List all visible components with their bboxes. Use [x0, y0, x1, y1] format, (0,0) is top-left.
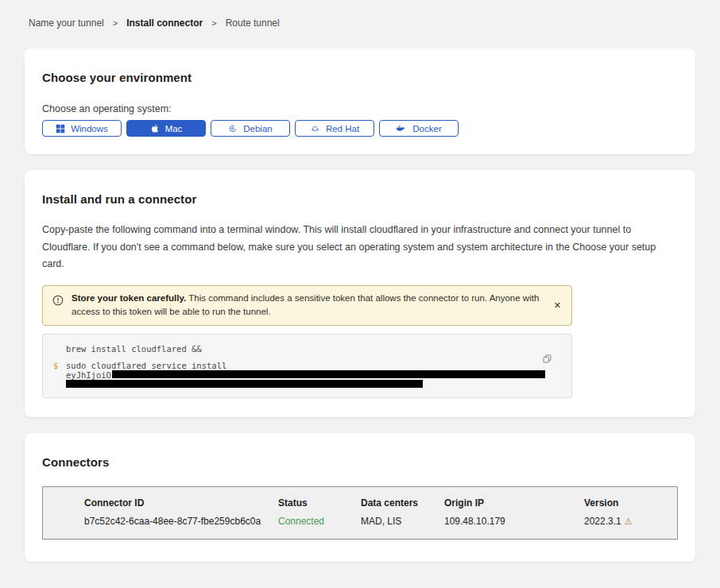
connector-id-value: b7c52c42-6caa-48ee-8c77-fbe259cb6c0a [84, 516, 278, 527]
connectors-table: Connector ID Status Data centers Origin … [42, 486, 678, 540]
version-warning-icon: ⚠ [625, 516, 633, 526]
breadcrumb-separator: > [211, 18, 216, 28]
code-gutter [53, 370, 66, 380]
environment-card: Choose your environment Choose an operat… [25, 48, 695, 154]
status-badge: Connected [278, 516, 361, 527]
token-warning-text: Store your token carefully. This command… [72, 292, 544, 320]
origin-ip-value: 109.48.10.179 [444, 516, 584, 527]
docker-logo-icon [396, 124, 407, 133]
os-button-label: Docker [412, 124, 441, 133]
breadcrumb-separator: > [113, 18, 118, 28]
environment-card-title: Choose your environment [42, 71, 678, 84]
breadcrumb-install-connector[interactable]: Install connector [126, 17, 203, 29]
code-gutter [53, 380, 66, 388]
redhat-logo-icon [310, 124, 320, 133]
header-connector-id: Connector ID [84, 497, 278, 509]
os-button-debian[interactable]: Debian [211, 120, 290, 137]
install-card: Install and run a connector Copy-paste t… [25, 170, 695, 417]
shell-prompt: $ [53, 362, 66, 370]
redacted-token-bar [66, 380, 423, 388]
os-button-redhat[interactable]: Red Hat [295, 120, 374, 137]
debian-logo-icon [228, 124, 238, 133]
code-line-brew: brew install cloudflared && [66, 345, 202, 354]
install-card-title: Install and run a connector [42, 192, 678, 206]
os-button-label: Mac [165, 124, 183, 133]
apple-logo-icon [150, 123, 160, 133]
os-button-label: Debian [243, 124, 272, 133]
breadcrumb: Name your tunnel > Install connector > R… [0, 0, 720, 29]
install-description: Copy-paste the following command into a … [42, 222, 678, 273]
breadcrumb-name-your-tunnel[interactable]: Name your tunnel [29, 17, 104, 29]
code-line-service-install: sudo cloudflared service install [66, 362, 226, 370]
os-button-label: Red Hat [326, 124, 359, 133]
code-gutter [53, 345, 66, 354]
os-button-windows[interactable]: Windows [42, 120, 122, 137]
connectors-card-title: Connectors [42, 455, 678, 469]
token-warning-banner: Store your token carefully. This command… [42, 285, 572, 327]
header-data-centers: Data centers [361, 497, 444, 509]
code-line-token: eyJhIjoiO [66, 370, 545, 380]
data-centers-value: MAD, LIS [361, 516, 444, 527]
header-version: Version [584, 497, 677, 509]
header-origin-ip: Origin IP [444, 497, 584, 509]
header-status: Status [278, 497, 361, 509]
os-button-docker[interactable]: Docker [379, 120, 459, 137]
os-select-label: Choose an operating system: [42, 103, 678, 114]
os-button-mac[interactable]: Mac [126, 120, 206, 137]
connectors-card: Connectors Connector ID Status Data cent… [25, 433, 695, 562]
table-row: b7c52c42-6caa-48ee-8c77-fbe259cb6c0a Con… [84, 516, 677, 527]
breadcrumb-route-tunnel[interactable]: Route tunnel [226, 17, 280, 29]
windows-logo-icon [56, 124, 65, 133]
install-command-codeblock: brew install cloudflared && $ sudo cloud… [42, 334, 572, 398]
close-icon[interactable]: ✕ [554, 301, 561, 310]
os-button-group: Windows Mac Debian [42, 120, 678, 137]
alert-circle-icon [52, 295, 64, 320]
redacted-token-bar [112, 370, 545, 378]
copy-icon[interactable] [542, 354, 552, 366]
os-button-label: Windows [71, 124, 108, 133]
version-value: 2022.3.1⚠ [584, 516, 677, 527]
connectors-table-header: Connector ID Status Data centers Origin … [84, 497, 677, 509]
